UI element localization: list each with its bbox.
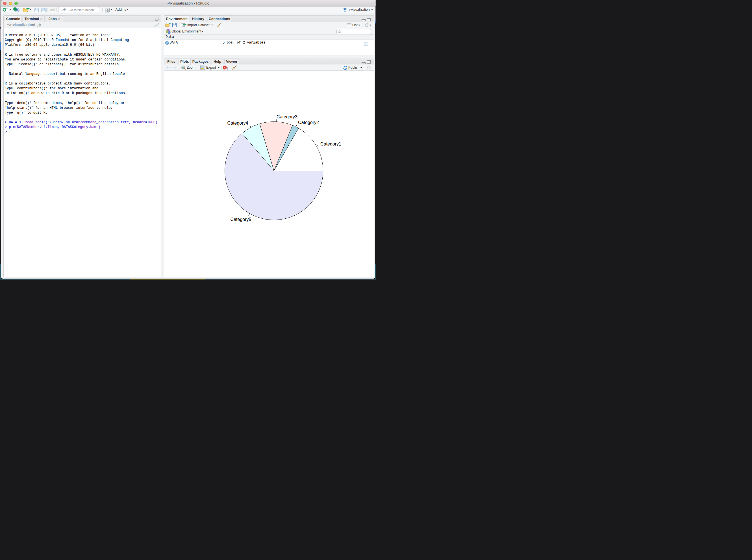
svg-text:Category3: Category3 bbox=[277, 115, 298, 119]
svg-text:Category4: Category4 bbox=[227, 121, 248, 125]
svg-text:Category1: Category1 bbox=[320, 142, 341, 146]
svg-text:Category2: Category2 bbox=[298, 120, 319, 125]
svg-text:R: R bbox=[344, 8, 346, 10]
svg-text:Category5: Category5 bbox=[230, 217, 251, 222]
